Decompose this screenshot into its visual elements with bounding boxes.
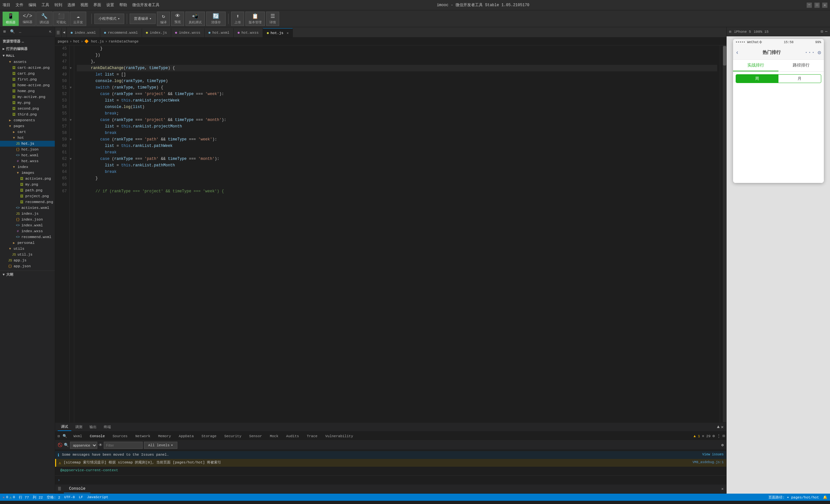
sidebar-item-hot-folder[interactable]: ▼ hot — [0, 135, 55, 141]
devtools-tab-sensor[interactable]: Sensor — [246, 433, 266, 439]
sidebar-more[interactable]: … — [17, 29, 23, 35]
devtools-tab-test[interactable]: 调测 — [72, 423, 86, 431]
sidebar-open-editors[interactable]: ▶ 打开的编辑器 — [0, 45, 55, 53]
sidebar-item-index-wxml[interactable]: <> index.wxml — [0, 222, 55, 228]
fold-icon-48[interactable]: ▼ — [70, 65, 74, 71]
sidebar-item-utils[interactable]: ▼ utils — [0, 246, 55, 252]
devtools-tab-mock[interactable]: Mock — [266, 433, 282, 439]
sidebar-header-explorer[interactable]: 资源管理器 … — [0, 38, 55, 45]
sidebar-item-third[interactable]: 🖼 third.png — [0, 112, 55, 117]
panel-expand[interactable]: ▲ — [717, 424, 720, 430]
console-input[interactable] — [61, 478, 724, 482]
console-close[interactable]: ✕ — [719, 486, 726, 491]
menu-tool[interactable]: 工具 — [41, 2, 49, 8]
sidebar-item-cart[interactable]: 🖼 cart.png — [0, 71, 55, 76]
devtools-tab-console[interactable]: Console — [86, 433, 108, 439]
fold-icon-59[interactable]: ▼ — [70, 136, 74, 143]
preview-button[interactable]: 👁 预览 — [171, 12, 184, 26]
sidebar-item-app-js[interactable]: JS app.js — [0, 257, 55, 263]
sidebar-item-hot-wxss[interactable]: # hot.wxss — [0, 158, 55, 164]
sidebar-item-index-js[interactable]: JS index.js — [0, 211, 55, 217]
console-tab-console[interactable]: Console — [64, 484, 91, 493]
cloud-button[interactable]: ☁ 云开发 — [70, 12, 86, 26]
more-icon[interactable]: ⋮ — [717, 434, 721, 439]
view-issues-link[interactable]: View issues — [702, 452, 724, 458]
settings-icon[interactable]: ⚙ — [713, 434, 715, 439]
simulator-button[interactable]: 📱 模拟器 — [3, 12, 19, 26]
version-button[interactable]: 📋 版本管理 — [246, 12, 265, 26]
code-content[interactable]: } }) }, rankDataChange(rankType, timeTyp… — [74, 45, 720, 422]
tab-index-js[interactable]: index.js — [142, 28, 171, 37]
sidebar-item-activies-png[interactable]: 🖼 activies.png — [0, 176, 55, 182]
console-settings[interactable]: ⚙ — [722, 443, 724, 447]
visual-button[interactable]: ⬛ 可视化 — [53, 12, 69, 26]
devtools-tab-trace[interactable]: Trace — [303, 433, 321, 439]
sidebar-icon-1[interactable]: ⊞ — [1, 29, 8, 35]
tab-recommend-wxml[interactable]: recommend.wxml — [100, 28, 142, 37]
back-arrow[interactable]: ◀ — [63, 30, 65, 34]
toggle-month[interactable]: 月 — [778, 74, 821, 83]
menu-view[interactable]: 视图 — [81, 2, 88, 8]
devtools-tab-terminal[interactable]: 终端 — [100, 423, 114, 431]
panel-close[interactable]: ✕ — [721, 424, 724, 430]
devtools-tab-wxml[interactable]: Wxml — [70, 433, 86, 439]
sidebar-item-project-png[interactable]: 🖼 project.png — [0, 193, 55, 199]
appservice-link[interactable]: @appservice-current-context — [60, 467, 724, 473]
sidebar-root-folder[interactable]: ▼ MALL — [0, 53, 55, 59]
console-clear[interactable]: 🚫 — [58, 443, 63, 447]
sidebar-item-my[interactable]: 🖼 my.png — [0, 100, 55, 106]
toggle-week[interactable]: 周 — [736, 74, 778, 83]
sidebar-item-my-active[interactable]: 🖼 my-active.png — [0, 94, 55, 100]
sidebar-item-recommend-png[interactable]: 🖼 recommend.png — [0, 199, 55, 205]
level-dropdown[interactable]: All levels ▾ — [144, 442, 177, 449]
phone-tab-path[interactable]: 路径排行 — [778, 60, 824, 71]
sidebar-item-activies-wxml[interactable]: <> activies.wxml — [0, 205, 55, 211]
sidebar-toggle[interactable]: ☰ — [55, 28, 62, 37]
tab-hot-wxss[interactable]: hot.wxss — [234, 28, 263, 37]
compile-dropdown[interactable]: 普通编译 ▾ — [130, 13, 156, 24]
sidebar-item-util-js[interactable]: JS util.js — [0, 252, 55, 257]
sidebar-item-hot-json[interactable]: {} hot.json — [0, 147, 55, 152]
console-filter-input[interactable] — [104, 442, 143, 449]
sidebar-item-cart-active[interactable]: 🖼 cart-active.png — [0, 65, 55, 71]
device-button[interactable]: 📲 真机调试 — [186, 12, 205, 26]
sidebar-item-assets[interactable]: ▼ assets — [0, 59, 55, 65]
minimize-button[interactable]: ─ — [807, 3, 812, 8]
menu-goto[interactable]: 转到 — [55, 2, 62, 8]
sidebar-item-index-folder[interactable]: ▼ index — [0, 164, 55, 170]
tab-close-icon[interactable]: ✕ — [287, 31, 289, 35]
console-tab-left-icon[interactable]: ☰ — [55, 486, 64, 491]
devtools-nav-right[interactable]: 🔍 — [61, 434, 68, 438]
upload-button[interactable]: 🔄 清缓存 — [206, 12, 226, 26]
menu-interface[interactable]: 界面 — [93, 2, 101, 8]
mode-dropdown[interactable]: 小程序模式 ▾ — [94, 13, 124, 24]
devtools-tab-memory[interactable]: Memory — [154, 433, 175, 439]
sidebar-item-index-json[interactable]: {} index.json — [0, 217, 55, 222]
sidebar-item-images-folder[interactable]: ▼ images — [0, 170, 55, 176]
close-button[interactable]: ✕ — [822, 3, 827, 8]
refresh-button[interactable]: ↻ 编译 — [157, 12, 170, 26]
appservice-select[interactable]: appservice — [70, 442, 97, 449]
devtools-tab-sources[interactable]: Sources — [108, 433, 131, 439]
sidebar-item-hot-js[interactable]: JS hot.js — [0, 141, 55, 147]
sidebar-item-hot-wxml[interactable]: <> hot.wxml — [0, 152, 55, 158]
console-eye[interactable]: 👁 — [99, 443, 102, 447]
menu-settings[interactable]: 设置 — [106, 2, 114, 8]
sidebar-outline[interactable]: ▼ 大纲 — [0, 271, 55, 278]
sidebar-item-app-json[interactable]: {} app.json — [0, 263, 55, 269]
menu-file[interactable]: 文件 — [15, 2, 23, 8]
preview-more[interactable]: ⋯ — [825, 29, 827, 34]
devtools-nav-left[interactable]: ⊡ — [56, 434, 61, 438]
phone-more-icon[interactable]: ··· — [804, 49, 815, 56]
phone-back-icon[interactable]: ‹ — [736, 49, 739, 56]
menu-edit[interactable]: 编辑 — [29, 2, 36, 8]
fold-icon-56[interactable]: ▼ — [70, 117, 74, 123]
detail-button[interactable]: ☰ 详情 — [266, 12, 279, 26]
sidebar-item-home-active[interactable]: 🖼 home-active.png — [0, 83, 55, 88]
sidebar-item-my-png2[interactable]: 🖼 my.png — [0, 182, 55, 187]
fold-icon-51[interactable]: ▼ — [70, 84, 74, 91]
sidebar-item-personal[interactable]: ▶ personal — [0, 240, 55, 246]
tab-hot-wxml[interactable]: hot.wxml — [204, 28, 234, 37]
undock-icon[interactable]: ⊡ — [723, 434, 725, 439]
sidebar-more-icon[interactable]: … — [22, 39, 24, 43]
